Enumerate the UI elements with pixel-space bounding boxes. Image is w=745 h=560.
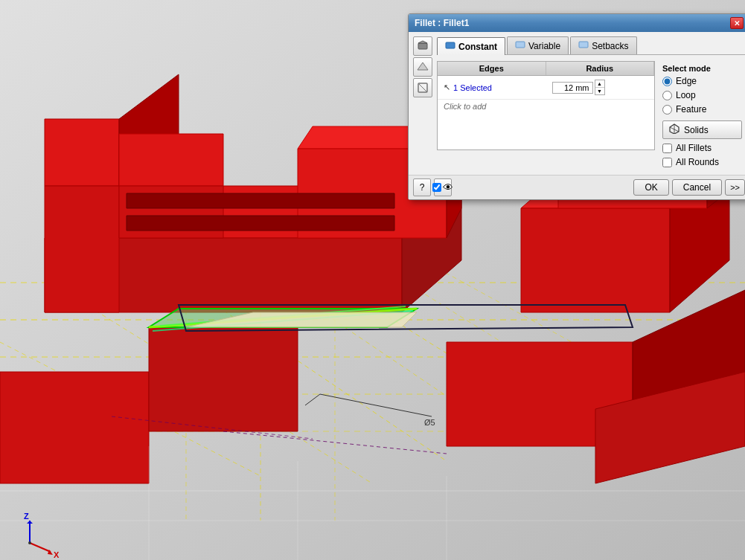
col-edges: Edges (438, 62, 546, 75)
ok-button[interactable]: OK (633, 179, 668, 196)
col-radius: Radius (546, 62, 655, 75)
tab-constant[interactable]: Constant (437, 37, 505, 55)
svg-marker-34 (149, 327, 298, 431)
cursor-icon: ↖ (444, 83, 450, 92)
right-panel: Select mode Edge Loop (659, 61, 745, 170)
tab-variable[interactable]: Variable (507, 36, 569, 54)
edge-value: 1 Selected (453, 83, 492, 92)
radius-cell: ▲ ▼ (546, 77, 655, 97)
preview-checkbox[interactable] (432, 183, 441, 192)
radio-feature[interactable]: Feature (662, 104, 742, 115)
svg-marker-38 (127, 216, 394, 231)
edges-table: Edges Radius ↖ 1 Selected (437, 61, 655, 150)
all-fillets-label: All Fillets (676, 143, 712, 153)
svg-point-62 (28, 541, 31, 544)
solids-section: Solids All Fillets All Rounds (662, 120, 742, 167)
svg-rect-69 (516, 42, 525, 48)
fillet-dialog: Fillet : Fillet1 ✕ Cons (408, 13, 745, 200)
radio-loop-label: Loop (676, 90, 696, 100)
radio-loop-input[interactable] (662, 91, 672, 100)
svg-line-67 (418, 83, 427, 92)
svg-rect-63 (418, 43, 427, 49)
svg-text:Z: Z (24, 512, 29, 521)
dialog-body: Constant Variable Setbacks (409, 32, 745, 175)
svg-marker-33 (0, 372, 149, 483)
radius-input[interactable] (552, 82, 593, 94)
table-header: Edges Radius (438, 62, 654, 76)
svg-marker-22 (119, 134, 223, 186)
radio-feature-input[interactable] (662, 105, 672, 115)
tab-variable-label: Variable (528, 41, 560, 51)
preview-icon: 👁 (443, 181, 453, 193)
preview-toggle-btn[interactable]: 👁 (434, 178, 452, 196)
solids-label: Solids (684, 125, 709, 135)
more-button[interactable]: >> (725, 179, 745, 196)
svg-rect-70 (579, 42, 588, 48)
select-mode-section: Select mode Edge Loop (662, 64, 742, 115)
all-rounds-label: All Rounds (676, 157, 719, 167)
dialog-titlebar: Fillet : Fillet1 ✕ (409, 14, 745, 32)
radio-loop[interactable]: Loop (662, 90, 742, 100)
setbacks-tab-icon (578, 39, 589, 52)
edges-table-container: Edges Radius ↖ 1 Selected (437, 61, 655, 170)
radius-dropdown-btn[interactable]: ▲ ▼ (595, 80, 605, 95)
edge-cell: ↖ 1 Selected (438, 80, 546, 94)
variable-tab-icon (515, 39, 525, 52)
dialog-bottom-bar: ? 👁 OK Cancel >> (409, 175, 745, 199)
dialog-bottom-left: ? 👁 (413, 178, 452, 196)
svg-rect-68 (446, 42, 455, 48)
constant-tab-icon (445, 40, 455, 53)
dialog-left-toolbar (413, 36, 434, 170)
toolbar-icon-2[interactable] (413, 57, 432, 77)
dialog-main-content: Constant Variable Setbacks (437, 36, 745, 170)
svg-marker-39 (127, 193, 394, 208)
radio-feature-label: Feature (676, 104, 706, 115)
all-rounds-checkbox[interactable]: All Rounds (662, 157, 742, 167)
dropdown-down-icon: ▼ (595, 88, 604, 94)
svg-marker-64 (418, 41, 427, 43)
tab-setbacks-label: Setbacks (592, 41, 628, 51)
dialog-title: Fillet : Fillet1 (415, 18, 469, 28)
svg-text:Ø5: Ø5 (424, 418, 435, 427)
solids-button[interactable]: Solids (662, 120, 742, 139)
radio-edge[interactable]: Edge (662, 76, 742, 86)
svg-marker-28 (521, 208, 670, 312)
select-mode-radio-group: Edge Loop Feature (662, 76, 742, 115)
toolbar-icon-3[interactable] (413, 78, 432, 97)
radio-edge-label: Edge (676, 76, 697, 86)
svg-marker-19 (45, 119, 119, 186)
radius-value-container: ▲ ▼ (552, 80, 649, 95)
dialog-action-buttons: OK Cancel >> (633, 179, 745, 196)
solids-icon (669, 123, 680, 136)
dropdown-up-icon: ▲ (595, 80, 604, 88)
all-fillets-checkbox[interactable]: All Fillets (662, 143, 742, 153)
table-row[interactable]: ↖ 1 Selected ▲ ▼ (438, 76, 654, 100)
help-icon: ? (420, 182, 425, 193)
toolbar-icon-1[interactable] (413, 36, 432, 56)
dialog-tabs: Constant Variable Setbacks (437, 36, 745, 55)
all-fillets-input[interactable] (662, 144, 672, 153)
svg-marker-20 (45, 186, 119, 312)
all-rounds-input[interactable] (662, 158, 672, 167)
help-button[interactable]: ? (413, 178, 431, 196)
cancel-button[interactable]: Cancel (672, 179, 722, 196)
radio-edge-input[interactable] (662, 77, 672, 86)
select-mode-title: Select mode (662, 64, 742, 73)
tab-constant-label: Constant (458, 42, 497, 52)
tab-content-area: Edges Radius ↖ 1 Selected (437, 61, 745, 170)
dialog-close-button[interactable]: ✕ (730, 17, 744, 29)
svg-marker-65 (418, 62, 428, 70)
svg-text:X: X (54, 550, 60, 559)
click-to-add-hint[interactable]: Click to add (438, 100, 654, 113)
tab-setbacks[interactable]: Setbacks (570, 36, 636, 54)
